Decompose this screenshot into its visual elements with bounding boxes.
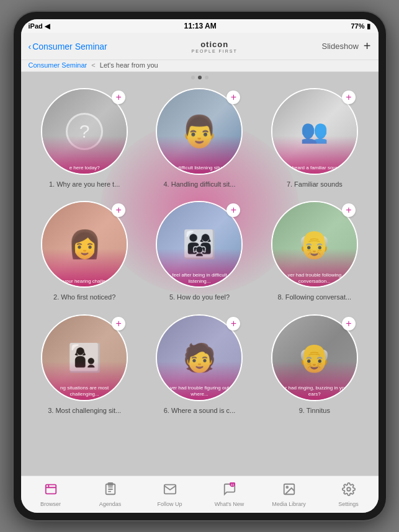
card-4-overlay-text: oticed your hearing challenges... (46, 278, 123, 285)
card-1-overlay: e here today? (42, 136, 127, 174)
back-label: Consumer Seminar (32, 42, 107, 51)
card-2-image: 👨 handle difficult listening situations?… (156, 88, 243, 175)
nav-right: Slideshow + (322, 39, 371, 53)
followup-icon (163, 482, 177, 500)
card-6-overlay-text: ver had trouble following conversation..… (276, 272, 353, 284)
tab-settings[interactable]: Settings (319, 482, 379, 507)
tab-browser-label: Browser (40, 501, 61, 507)
card-6-add-button[interactable]: + (342, 203, 356, 217)
svg-point-11 (286, 486, 288, 488)
page-dot-2 (198, 76, 202, 79)
card-9-label: 9. Tinnitus (299, 406, 330, 415)
agendas-icon (104, 482, 117, 500)
card-2[interactable]: 👨 handle difficult listening situations?… (142, 83, 257, 196)
battery-icon: ▮ (367, 22, 370, 30)
tab-whatsnew[interactable]: 44 What's New (200, 482, 259, 507)
card-5[interactable]: 👨‍👩‍👧 feel after being in difficult list… (142, 196, 257, 309)
back-chevron-icon: ‹ (29, 42, 32, 51)
whatsnew-icon: 44 (223, 482, 236, 500)
screen: iPad ◀ 11:13 AM 77% ▮ ‹ Consumer Seminar… (21, 19, 379, 513)
tab-medialibrary-label: Media Library (272, 501, 306, 507)
card-9-overlay-text: ver had ringing, buzzing in your ears? (276, 385, 353, 397)
battery-label: 77% (351, 22, 364, 30)
card-5-label: 5. How do you feel? (169, 293, 230, 301)
medialibrary-icon (282, 482, 296, 500)
card-1[interactable]: ? e here today? + 1. Why are you here t.… (27, 83, 142, 196)
card-7-overlay: ng situations are most challenging... (42, 361, 127, 399)
card-3-add-button[interactable]: + (342, 91, 356, 104)
card-8-add-button[interactable]: + (226, 317, 240, 330)
card-grid: ? e here today? + 1. Why are you here t.… (21, 83, 379, 422)
logo-sub: PEOPLE FIRST (192, 49, 238, 53)
browser-icon (44, 482, 58, 500)
card-8[interactable]: 🧑 ver had trouble figuring out where... … (142, 309, 257, 422)
card-3-label: 7. Familiar sounds (287, 180, 343, 188)
card-9-overlay: ver had ringing, buzzing in your ears? (272, 361, 357, 399)
tab-bar: Browser Agendas (21, 476, 379, 513)
card-8-label: 6. Where a sound is c... (164, 406, 236, 415)
breadcrumb-sep: < (91, 61, 97, 69)
add-button[interactable]: + (364, 39, 371, 53)
card-2-overlay-text: handle difficult listening situations? (161, 165, 238, 171)
card-2-add-button[interactable]: + (226, 91, 240, 104)
tab-medialibrary[interactable]: Media Library (259, 482, 319, 507)
card-5-overlay: feel after being in difficult listening.… (157, 249, 241, 286)
tab-agendas[interactable]: Agendas (81, 482, 140, 507)
logo-text: oticon (192, 40, 238, 49)
svg-rect-0 (45, 484, 56, 494)
breadcrumb-parent[interactable]: Consumer Seminar (29, 61, 87, 69)
tab-browser[interactable]: Browser (21, 482, 81, 507)
card-8-image: 🧑 ver had trouble figuring out where... … (156, 314, 243, 401)
card-2-overlay: handle difficult listening situations? (157, 136, 241, 174)
page-dot-3 (205, 76, 208, 79)
ipad-device: iPad ◀ 11:13 AM 77% ▮ ‹ Consumer Seminar… (14, 12, 386, 520)
card-5-overlay-text: feel after being in difficult listening.… (161, 272, 238, 284)
card-9-image: 👴 ver had ringing, buzzing in your ears?… (271, 314, 358, 401)
status-right: 77% ▮ (351, 22, 370, 30)
back-button[interactable]: ‹ Consumer Seminar (29, 42, 107, 51)
ipad-label: iPad ◀ (29, 22, 50, 30)
logo: oticon PEOPLE FIRST (192, 40, 238, 53)
tab-whatsnew-label: What's New (215, 501, 244, 507)
tab-followup[interactable]: Follow Up (140, 482, 200, 507)
settings-icon (342, 482, 356, 500)
card-3-overlay-text: ver heard a familiar sound... (276, 165, 353, 171)
card-4-add-button[interactable]: + (112, 203, 125, 217)
card-1-image: ? e here today? + (41, 88, 128, 175)
card-9[interactable]: 👴 ver had ringing, buzzing in your ears?… (257, 309, 372, 422)
card-3[interactable]: 👥 ver heard a familiar sound... + 7. Fam… (257, 83, 372, 196)
card-7-image: 👩‍👦 ng situations are most challenging..… (41, 314, 128, 401)
status-left: iPad ◀ (29, 22, 50, 30)
card-3-overlay: ver heard a familiar sound... (272, 136, 357, 174)
status-bar: iPad ◀ 11:13 AM 77% ▮ (21, 19, 379, 33)
svg-text:44: 44 (231, 483, 235, 486)
card-4[interactable]: 👩 oticed your hearing challenges... + 2.… (27, 196, 142, 309)
card-6[interactable]: 👴 ver had trouble following conversation… (257, 196, 372, 309)
main-content: ? e here today? + 1. Why are you here t.… (21, 72, 379, 476)
card-7-label: 3. Most challenging sit... (48, 406, 121, 415)
card-9-add-button[interactable]: + (342, 317, 356, 330)
breadcrumb: Consumer Seminar < Let's hear from you (21, 60, 379, 72)
tab-settings-label: Settings (338, 501, 359, 507)
card-6-image: 👴 ver had trouble following conversation… (271, 201, 358, 288)
card-4-overlay: oticed your hearing challenges... (42, 249, 127, 286)
card-6-label: 8. Following conversat... (278, 293, 352, 301)
card-1-add-button[interactable]: + (112, 91, 125, 104)
slideshow-button[interactable]: Slideshow (322, 42, 359, 51)
breadcrumb-current: Let's hear from you (100, 61, 158, 69)
tab-followup-label: Follow Up (157, 501, 182, 507)
card-5-image: 👨‍👩‍👧 feel after being in difficult list… (156, 201, 243, 288)
card-4-label: 2. Who first noticed? (53, 293, 115, 301)
svg-point-12 (347, 487, 351, 491)
card-1-overlay-text: e here today? (46, 165, 123, 171)
card-7-overlay-text: ng situations are most challenging... (46, 385, 123, 397)
card-5-add-button[interactable]: + (226, 203, 240, 217)
card-7[interactable]: 👩‍👦 ng situations are most challenging..… (27, 309, 142, 422)
card-3-image: 👥 ver heard a familiar sound... + (271, 88, 358, 175)
card-7-add-button[interactable]: + (112, 317, 125, 330)
page-dot-1 (191, 76, 195, 79)
page-dots (21, 72, 379, 83)
card-8-overlay: ver had trouble figuring out where... (157, 361, 241, 399)
tab-agendas-label: Agendas (99, 501, 122, 507)
svg-rect-7 (108, 482, 112, 485)
